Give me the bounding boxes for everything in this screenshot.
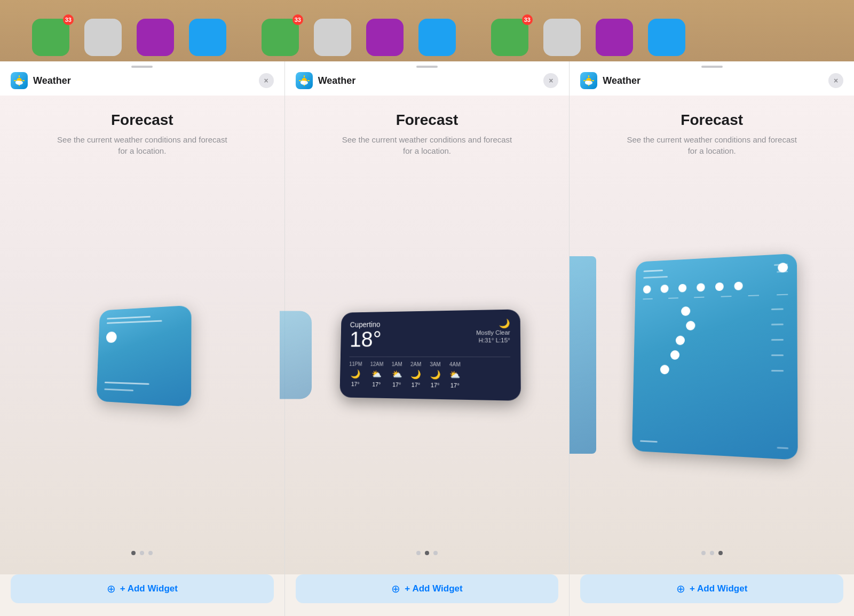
div-6	[777, 294, 788, 295]
badge-3: 33	[522, 14, 533, 25]
panel-2-add-widget-button[interactable]: ⊕ + Add Widget	[296, 574, 559, 603]
data-dot-2	[660, 285, 668, 293]
app-icon-green-2[interactable]: 33	[262, 19, 299, 56]
hour-item-0: 11PM 🌙 17°	[349, 361, 362, 388]
panel-2-close-button[interactable]: ×	[543, 73, 558, 88]
panel-1-add-widget-button[interactable]: ⊕ + Add Widget	[11, 574, 274, 603]
pagination-dot-2-1[interactable]	[416, 551, 421, 555]
hour-item-5: 4AM ⛅ 17°	[449, 361, 461, 389]
panel-2: Weather × Forecast See the current weath…	[285, 61, 570, 616]
lg-row-1	[643, 263, 788, 272]
drag-handle-1[interactable]	[131, 66, 153, 68]
panel-1-header: Weather ×	[0, 61, 284, 96]
svg-rect-17	[583, 80, 586, 81]
widget-left-col: Cupertino 18°	[350, 320, 382, 354]
widget-line-4	[105, 388, 134, 391]
panel-3-header: Weather ×	[570, 61, 854, 96]
data-dot-6	[734, 281, 742, 290]
top-bar: 33 33 33	[0, 0, 854, 61]
weather-app-icon-2	[296, 72, 313, 89]
div-2	[668, 297, 678, 299]
data-dot-4	[697, 283, 705, 291]
panel-3-pagination	[701, 542, 723, 564]
medium-weather-widget: Cupertino 18° 🌙 Mostly Clear H:31° L:15°	[339, 309, 521, 401]
scatter-dash-2	[771, 323, 783, 325]
drag-handle-3[interactable]	[701, 66, 723, 68]
pagination-dot-3-1[interactable]	[701, 551, 706, 555]
lg-line-2	[643, 275, 668, 278]
badge-1: 33	[63, 14, 74, 25]
widget-temp: 18°	[350, 328, 382, 350]
panel-2-widget-area: Cupertino 18° 🌙 Mostly Clear H:31° L:15°	[296, 167, 559, 542]
add-icon-3: ⊕	[676, 582, 685, 595]
widget-line-2	[107, 320, 162, 323]
widget-top-row: Cupertino 18° 🌙 Mostly Clear H:31° L:15°	[350, 318, 510, 354]
app-icon-white-2[interactable]	[314, 19, 351, 56]
pagination-dot-1-3[interactable]	[148, 551, 153, 555]
hour-item-1: 12AM ⛅ 17°	[370, 361, 384, 388]
panel-3-forecast-title: Forecast	[681, 112, 743, 129]
div-3	[694, 296, 704, 298]
add-icon-2: ⊕	[391, 582, 400, 595]
panel-2-forecast-desc: See the current weather conditions and f…	[342, 134, 512, 156]
data-dot-1	[643, 285, 651, 294]
pagination-dot-2-active[interactable]	[425, 551, 429, 555]
large-weather-widget	[632, 253, 798, 460]
top-right-dot	[778, 262, 788, 272]
app-icons-row-3: 33	[459, 19, 689, 56]
app-icon-green-3[interactable]: 33	[491, 19, 528, 56]
data-dot-5	[715, 282, 724, 290]
partial-widget-left	[280, 311, 312, 399]
app-icon-white[interactable]	[84, 19, 122, 56]
scatter-dot-1	[681, 306, 690, 315]
scatter-dash-1	[771, 307, 783, 310]
scatter-row-4	[642, 350, 788, 360]
pagination-dot-2-3[interactable]	[433, 551, 438, 555]
panel-1-pagination	[131, 542, 153, 564]
scatter-row-3	[642, 334, 788, 345]
badge-2: 33	[292, 14, 303, 25]
panel-1-close-button[interactable]: ×	[259, 73, 274, 88]
bottom-dash-1	[777, 447, 788, 449]
app-icon-twitter-3[interactable]	[648, 19, 685, 56]
widget-condition: Mostly Clear H:31° L:15°	[476, 329, 510, 345]
app-icons-row-2: 33	[230, 19, 459, 56]
drag-handle-2[interactable]	[416, 66, 438, 68]
panel-3-title: Weather	[603, 75, 828, 86]
app-icon-purple-3[interactable]	[596, 19, 633, 56]
panel-1-add-label: + Add Widget	[120, 583, 178, 594]
svg-rect-18	[592, 80, 594, 81]
svg-rect-8	[304, 75, 305, 77]
panel-1-forecast-title: Forecast	[111, 112, 173, 129]
panel-1-content: Forecast See the current weather conditi…	[0, 96, 284, 574]
panel-1: Weather × Forecast See the current weath…	[0, 61, 285, 616]
panel-1-widget-area	[11, 167, 274, 542]
bottom-line-1	[640, 440, 658, 443]
widget-line-group	[104, 381, 182, 397]
app-icon-green[interactable]: 33	[32, 19, 69, 56]
pagination-dot-1-2[interactable]	[140, 551, 144, 555]
app-icon-twitter-2[interactable]	[418, 19, 456, 56]
app-icon-purple-2[interactable]	[366, 19, 404, 56]
pagination-dot-1-active[interactable]	[131, 551, 136, 555]
panel-3-content: Forecast See the current weather conditi…	[570, 96, 854, 574]
app-icons-row-1: 33	[0, 19, 230, 56]
scatter-dot-2	[686, 321, 695, 330]
app-icon-twitter[interactable]	[189, 19, 226, 56]
bottom-row-1	[640, 440, 788, 449]
panel-3-add-widget-button[interactable]: ⊕ + Add Widget	[580, 574, 843, 603]
app-icon-white-3[interactable]	[543, 19, 581, 56]
panel-1-forecast-desc: See the current weather conditions and f…	[57, 134, 227, 156]
pagination-dot-3-2[interactable]	[710, 551, 714, 555]
moon-icon: 🌙	[499, 318, 510, 329]
dots-row-1	[643, 280, 787, 294]
panels-container: Weather × Forecast See the current weath…	[0, 61, 854, 616]
pagination-dot-3-active[interactable]	[718, 551, 723, 555]
panel-3: Weather × Forecast See the current weath…	[570, 61, 854, 616]
app-icon-purple[interactable]	[137, 19, 174, 56]
panel-3-close-button[interactable]: ×	[828, 73, 843, 88]
widget-dot-1	[106, 331, 117, 343]
hour-item-3: 2AM 🌙 17°	[410, 361, 422, 388]
add-icon-1: ⊕	[107, 582, 116, 595]
partial-large-widget	[570, 256, 596, 454]
